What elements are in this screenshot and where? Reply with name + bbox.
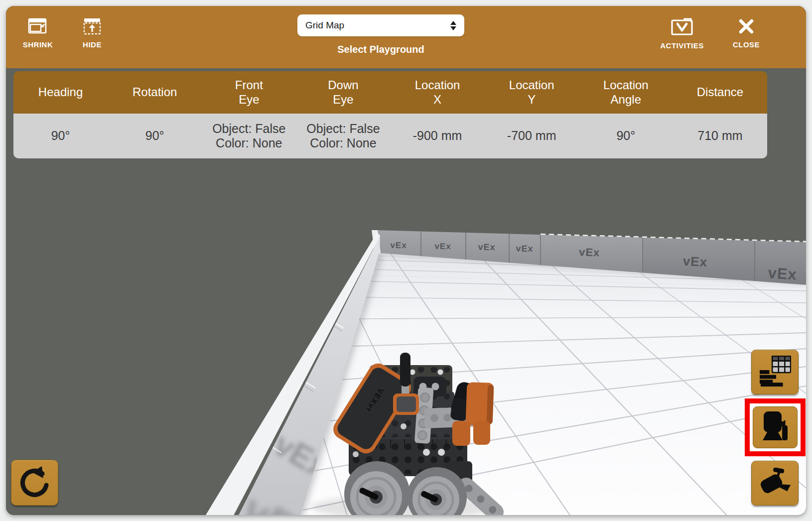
- sensor-table-header: Heading Rotation FrontEye DownEye Locati…: [13, 71, 767, 114]
- close-label: CLOSE: [733, 40, 760, 49]
- playground-select-value: Grid Map: [305, 20, 344, 31]
- column-location-x: LocationX: [391, 71, 485, 114]
- column-down-eye: DownEye: [296, 71, 390, 114]
- column-front-eye: FrontEye: [202, 71, 296, 114]
- column-location-angle: LocationAngle: [579, 71, 673, 114]
- sensor-table-row: 90° 90° Object: FalseColor: None Object:…: [13, 114, 767, 158]
- robot-config-icon: [761, 411, 790, 443]
- vex-wall-logo: vEx: [478, 242, 495, 253]
- column-heading: Heading: [13, 71, 108, 114]
- value-location-x: -900 mm: [391, 114, 485, 158]
- activities-label: ACTIVITIES: [660, 41, 704, 50]
- column-rotation: Rotation: [108, 71, 202, 114]
- hide-button[interactable]: HIDE: [72, 18, 113, 49]
- camera-view-button[interactable]: [751, 461, 799, 506]
- vex-wall-logo: vEx: [579, 246, 600, 259]
- robot-config-highlight-frame: [745, 398, 806, 456]
- select-playground-caption: Select Playground: [297, 44, 464, 55]
- value-distance: 710 mm: [673, 114, 767, 158]
- robot-config-button[interactable]: [753, 406, 798, 448]
- value-front-eye: Object: FalseColor: None: [202, 114, 296, 158]
- value-location-angle: 90°: [579, 114, 673, 158]
- value-heading: 90°: [13, 114, 108, 158]
- playground-select[interactable]: Grid Map: [297, 14, 464, 36]
- vex-wall-logo: vEx: [516, 244, 533, 254]
- shrink-label: SHRINK: [23, 40, 53, 49]
- column-distance: Distance: [673, 71, 767, 114]
- column-location-y: LocationY: [485, 71, 579, 114]
- vex-wall-logo: vEx: [682, 254, 708, 270]
- shrink-button[interactable]: SHRINK: [17, 18, 58, 49]
- reset-icon: [18, 465, 51, 500]
- hide-label: HIDE: [83, 40, 102, 49]
- value-down-eye: Object: FalseColor: None: [296, 114, 390, 158]
- activities-icon: [671, 18, 693, 38]
- playground-titlebar: SHRINK HIDE Grid Map Select Playground: [6, 6, 806, 68]
- hide-icon: [83, 18, 101, 37]
- vex-wall-logo: vEx: [390, 241, 407, 251]
- vex-wall-logo: vEx: [434, 242, 451, 252]
- activities-button[interactable]: ACTIVITIES: [652, 18, 712, 50]
- shrink-icon: [28, 18, 48, 37]
- sensor-dashboard-toggle-button[interactable]: [751, 350, 799, 394]
- vex-wall-logo: vEx: [767, 264, 797, 283]
- playground-window: SHRINK HIDE Grid Map Select Playground: [6, 6, 806, 515]
- sensor-dashboard-table: Heading Rotation FrontEye DownEye Locati…: [13, 71, 767, 158]
- close-icon: [738, 18, 755, 37]
- dashboard-table-icon: [759, 356, 791, 389]
- select-arrows-icon: [450, 21, 456, 30]
- camera-icon: [760, 468, 791, 499]
- vexcode-vr-playground: SHRINK HIDE Grid Map Select Playground: [0, 0, 812, 521]
- close-button[interactable]: CLOSE: [726, 18, 767, 49]
- reset-playground-button[interactable]: [11, 460, 58, 506]
- value-rotation: 90°: [108, 114, 202, 158]
- value-location-y: -700 mm: [485, 114, 579, 158]
